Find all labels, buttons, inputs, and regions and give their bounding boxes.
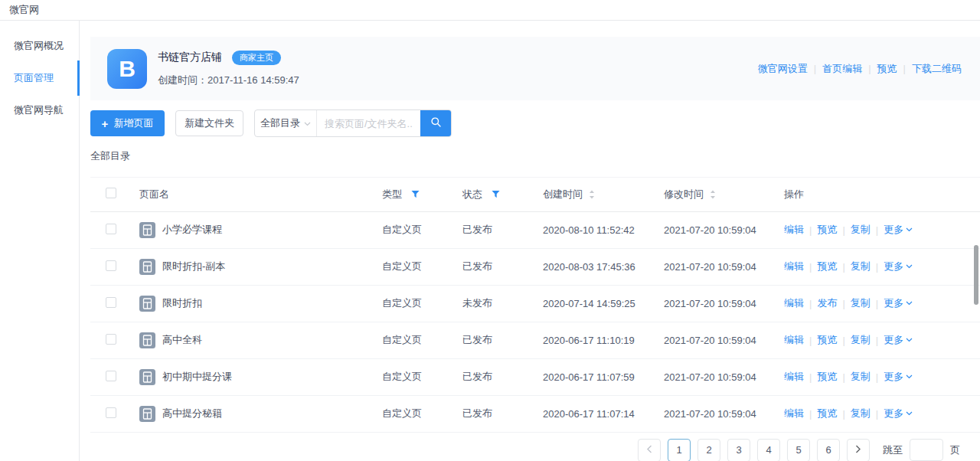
action-preview-or-publish[interactable]: 预览 (817, 370, 837, 384)
row-checkbox[interactable] (106, 334, 116, 345)
status-filter-funnel-icon[interactable] (492, 190, 500, 198)
page-number-button[interactable]: 1 (668, 439, 691, 461)
divider: | (868, 63, 871, 74)
action-more[interactable]: 更多 (884, 333, 913, 347)
page-suffix-label: 页 (950, 443, 960, 457)
search-input[interactable] (317, 110, 420, 136)
sidebar: 微官网概况 页面管理 微官网导航 (0, 21, 80, 461)
chevron-down-icon (906, 338, 913, 342)
pagination: 1 2 3 4 5 6 跳至 页 (90, 433, 980, 461)
topbar: 微官网 (0, 0, 980, 21)
divider: | (876, 224, 878, 236)
row-checkbox[interactable] (106, 371, 116, 381)
page-name[interactable]: 初中期中提分课 (162, 370, 232, 384)
page-name[interactable]: 高中全科 (162, 333, 202, 347)
row-checkbox[interactable] (106, 407, 116, 418)
page-type: 自定义页 (382, 333, 462, 347)
created-sort-icon[interactable] (589, 190, 595, 199)
type-filter-funnel-icon[interactable] (411, 190, 420, 198)
table-row: 高中提分秘籍 自定义页 已发布 2020-06-17 11:07:14 2021… (90, 396, 980, 433)
action-copy[interactable]: 复制 (851, 260, 871, 273)
sidebar-item-page-management[interactable]: 页面管理 (0, 62, 79, 94)
action-edit[interactable]: 编辑 (784, 296, 804, 310)
page-file-icon (139, 332, 155, 348)
action-preview-or-publish[interactable]: 预览 (817, 260, 837, 273)
chevron-down-icon (906, 227, 913, 232)
table-row: 限时折扣 自定义页 未发布 2020-07-14 14:59:25 2021-0… (90, 286, 980, 322)
action-more[interactable]: 更多 (884, 296, 913, 310)
download-qrcode-link[interactable]: 下载二维码 (912, 62, 962, 76)
search-button[interactable] (420, 110, 451, 136)
sidebar-item-navigation[interactable]: 微官网导航 (0, 94, 79, 126)
row-checkbox[interactable] (106, 224, 116, 234)
row-checkbox[interactable] (106, 260, 116, 271)
action-copy[interactable]: 复制 (851, 370, 871, 384)
action-edit[interactable]: 编辑 (784, 333, 804, 347)
table-row: 限时折扣-副本 自定义页 已发布 2020-08-03 17:45:36 202… (90, 249, 980, 286)
action-copy[interactable]: 复制 (851, 223, 871, 237)
table-row: 小学必学课程 自定义页 已发布 2020-08-10 11:52:42 2021… (90, 212, 980, 249)
jump-to-label: 跳至 (883, 443, 903, 457)
action-copy[interactable]: 复制 (851, 296, 871, 310)
page-number-button[interactable]: 4 (757, 439, 780, 461)
action-more[interactable]: 更多 (884, 260, 913, 273)
divider: | (842, 261, 844, 273)
action-edit[interactable]: 编辑 (784, 260, 804, 273)
action-preview-or-publish[interactable]: 发布 (817, 296, 837, 310)
add-page-button[interactable]: + 新增页面 (90, 110, 165, 136)
site-settings-link[interactable]: 微官网设置 (758, 62, 808, 76)
action-preview-or-publish[interactable]: 预览 (817, 223, 837, 237)
col-header-type: 类型 (382, 188, 402, 201)
page-file-icon (139, 222, 155, 238)
action-edit[interactable]: 编辑 (784, 370, 804, 384)
chevron-right-icon (855, 444, 861, 456)
vertical-scrollbar[interactable] (974, 245, 978, 305)
modified-time: 2021-07-20 10:59:04 (664, 335, 784, 346)
new-folder-button[interactable]: 新建文件夹 (175, 110, 243, 136)
action-edit[interactable]: 编辑 (784, 407, 804, 420)
divider: | (842, 298, 844, 309)
preview-link[interactable]: 预览 (877, 62, 897, 76)
prev-page-button[interactable] (638, 439, 661, 461)
action-more[interactable]: 更多 (884, 370, 913, 384)
divider: | (809, 335, 812, 346)
divider: | (842, 335, 844, 346)
page-name[interactable]: 高中提分秘籍 (162, 407, 222, 420)
page-number-button[interactable]: 5 (787, 439, 810, 461)
homepage-edit-link[interactable]: 首页编辑 (822, 62, 862, 76)
shop-name: 书链官方店铺 (158, 51, 222, 64)
sidebar-item-overview[interactable]: 微官网概况 (0, 30, 79, 62)
action-preview-or-publish[interactable]: 预览 (817, 407, 837, 420)
modified-time: 2021-07-20 10:59:04 (664, 224, 784, 236)
shop-created-time: 创建时间：2017-11-16 14:59:47 (158, 74, 299, 87)
main-content: B 书链官方店铺 商家主页 创建时间：2017-11-16 14:59:47 微… (80, 21, 980, 461)
col-header-actions: 操作 (784, 188, 980, 201)
shop-header-card: B 书链官方店铺 商家主页 创建时间：2017-11-16 14:59:47 微… (90, 37, 980, 100)
action-edit[interactable]: 编辑 (784, 223, 804, 237)
page-name[interactable]: 限时折扣 (162, 296, 202, 310)
select-all-checkbox[interactable] (106, 188, 116, 198)
created-time: 2020-06-17 11:10:19 (543, 335, 664, 346)
modified-sort-icon[interactable] (710, 190, 716, 199)
page-number-button[interactable]: 3 (727, 439, 750, 461)
action-more[interactable]: 更多 (884, 223, 913, 237)
action-copy[interactable]: 复制 (851, 333, 871, 347)
created-time: 2020-06-17 11:07:59 (543, 371, 664, 383)
page-name[interactable]: 限时折扣-副本 (162, 260, 225, 273)
page-number-button[interactable]: 2 (697, 439, 720, 461)
action-more[interactable]: 更多 (884, 407, 913, 420)
search-group: 全部目录 (254, 110, 452, 137)
page-number-button[interactable]: 6 (817, 439, 840, 461)
page-status: 已发布 (462, 223, 543, 237)
created-time: 2020-08-10 11:52:42 (543, 224, 664, 236)
plus-icon: + (102, 117, 109, 130)
page-name[interactable]: 小学必学课程 (162, 223, 222, 237)
table-row: 高中全科 自定义页 已发布 2020-06-17 11:10:19 2021-0… (90, 322, 980, 359)
row-checkbox[interactable] (106, 297, 116, 308)
next-page-button[interactable] (847, 439, 870, 461)
action-preview-or-publish[interactable]: 预览 (817, 333, 837, 347)
jump-page-input[interactable] (910, 439, 943, 461)
chevron-down-icon (304, 119, 311, 128)
directory-filter-dropdown[interactable]: 全部目录 (255, 110, 317, 136)
action-copy[interactable]: 复制 (851, 407, 871, 420)
